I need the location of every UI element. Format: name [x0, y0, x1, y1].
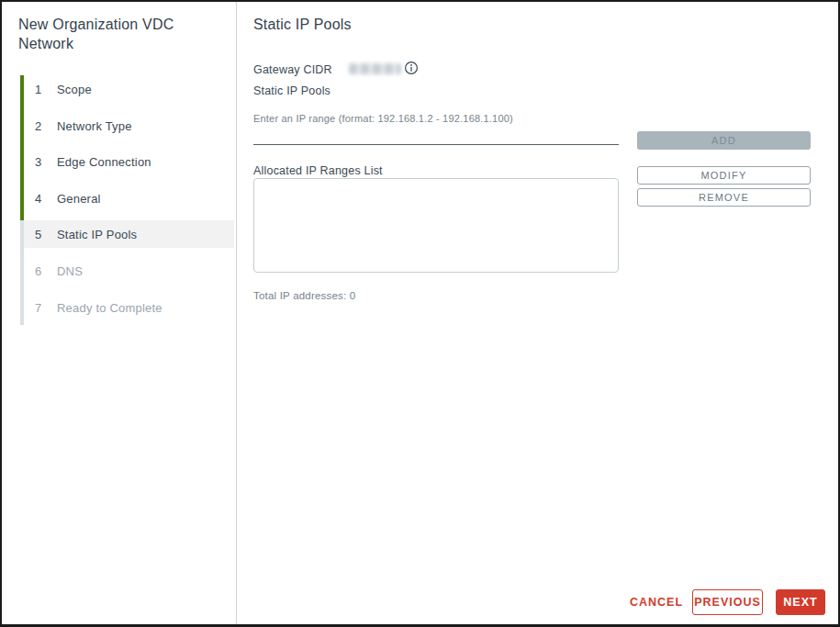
- step-number: 3: [35, 155, 48, 169]
- wizard-title: New Organization VDC Network: [18, 15, 225, 53]
- add-button[interactable]: ADD: [637, 131, 811, 150]
- modify-button[interactable]: MODIFY: [637, 166, 811, 185]
- info-icon[interactable]: [404, 61, 419, 75]
- step-number: 4: [35, 192, 48, 206]
- step-label: Edge Connection: [57, 155, 151, 169]
- step-number: 5: [35, 228, 48, 241]
- step-number: 7: [35, 301, 48, 315]
- next-button[interactable]: NEXT: [776, 589, 825, 615]
- step-label: Network Type: [57, 119, 132, 133]
- gateway-cidr-label: Gateway CIDR: [253, 63, 332, 76]
- ip-range-input[interactable]: [253, 125, 619, 145]
- step-label: DNS: [57, 264, 83, 278]
- step-label: General: [57, 192, 101, 206]
- page-title: Static IP Pools: [253, 17, 352, 33]
- static-ip-pools-label: Static IP Pools: [253, 84, 330, 97]
- remove-button[interactable]: REMOVE: [637, 188, 811, 207]
- sidebar-divider: [236, 2, 237, 624]
- step-label: Scope: [57, 83, 92, 96]
- cancel-button[interactable]: CANCEL: [624, 590, 689, 614]
- step-number: 1: [35, 83, 48, 96]
- gateway-cidr-value-redacted: [349, 63, 401, 74]
- sidebar-step-dns[interactable]: 6 DNS: [24, 257, 234, 285]
- allocated-ip-ranges-label: Allocated IP Ranges List: [253, 164, 383, 177]
- sidebar-step-static-ip-pools[interactable]: 5 Static IP Pools: [24, 220, 234, 248]
- ip-range-hint: Enter an IP range (format: 192.168.1.2 -…: [253, 113, 513, 124]
- step-number: 2: [35, 119, 48, 133]
- step-number: 6: [35, 264, 48, 278]
- step-label: Static IP Pools: [57, 228, 137, 241]
- wizard-dialog: New Organization VDC Network 1 Scope 2 N…: [0, 0, 840, 627]
- total-ip-addresses: Total IP addresses: 0: [253, 290, 355, 301]
- sidebar-step-scope[interactable]: 1 Scope: [24, 75, 234, 103]
- allocated-ip-ranges-listbox[interactable]: [253, 178, 619, 273]
- sidebar-step-ready-to-complete[interactable]: 7 Ready to Complete: [24, 294, 234, 321]
- sidebar-step-general[interactable]: 4 General: [24, 185, 234, 212]
- step-label: Ready to Complete: [57, 301, 162, 315]
- sidebar-step-network-type[interactable]: 2 Network Type: [24, 112, 234, 140]
- sidebar-step-edge-connection[interactable]: 3 Edge Connection: [24, 148, 234, 175]
- previous-button[interactable]: PREVIOUS: [692, 589, 763, 615]
